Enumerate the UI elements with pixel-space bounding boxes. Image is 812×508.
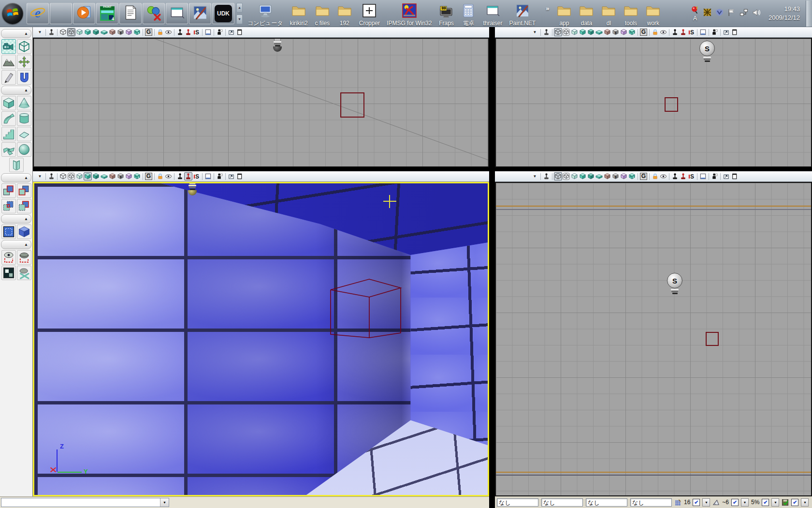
palette-section-header[interactable]: ▲ bbox=[1, 240, 31, 249]
cube-wire-round-icon[interactable] bbox=[562, 172, 570, 180]
cube-wire-icon[interactable] bbox=[554, 28, 562, 36]
window-plain-icon[interactable] bbox=[235, 28, 244, 36]
brush-clip-button[interactable] bbox=[1, 70, 16, 85]
eye-icon[interactable] bbox=[164, 28, 173, 36]
shortcut-IPMSG for Win32[interactable]: IPMSG for Win32 bbox=[383, 2, 435, 27]
paint4-button[interactable]: PAINT4 bbox=[96, 3, 118, 24]
palette-section-header[interactable]: ▲ bbox=[1, 173, 31, 182]
grid-snap-dropdown[interactable]: ▼ bbox=[702, 498, 710, 507]
scale-snap-dropdown[interactable]: ▼ bbox=[771, 498, 779, 507]
terrain-mode-button[interactable] bbox=[1, 55, 16, 69]
slab-teal-icon[interactable] bbox=[100, 172, 108, 180]
window-app-button[interactable] bbox=[166, 3, 188, 24]
window-arrow-icon[interactable] bbox=[722, 28, 730, 36]
viewport-canvas-perspective[interactable]: Z Y bbox=[33, 182, 489, 496]
joystick-icon[interactable] bbox=[47, 172, 56, 180]
light-actor-top-right[interactable]: S bbox=[699, 41, 715, 62]
cube-pattern-icon[interactable] bbox=[628, 172, 636, 180]
shortcut-Paint.NET[interactable]: Paint.NET bbox=[506, 2, 539, 27]
cube-brown-icon[interactable] bbox=[108, 28, 116, 36]
translate-mode-button[interactable] bbox=[17, 55, 31, 69]
autosave-dropdown[interactable]: ▼ bbox=[801, 498, 809, 507]
cube-brown-icon[interactable] bbox=[603, 28, 611, 36]
cube-wire-round-icon[interactable] bbox=[67, 172, 75, 180]
light-actor-top-left[interactable] bbox=[273, 38, 282, 52]
window-plain-icon[interactable] bbox=[235, 172, 244, 180]
letter-s-icon[interactable]: S bbox=[687, 172, 696, 180]
image-editor-button[interactable] bbox=[189, 3, 211, 24]
messenger-button[interactable] bbox=[143, 3, 165, 24]
lock-icon[interactable] bbox=[651, 172, 659, 180]
notepad-button[interactable] bbox=[119, 3, 142, 24]
joystick-red-icon[interactable] bbox=[679, 172, 687, 180]
cube-wire-round-icon[interactable] bbox=[562, 28, 570, 36]
person-icon[interactable] bbox=[710, 172, 719, 180]
folder-shortcut-tools[interactable]: tools bbox=[620, 2, 642, 27]
joystick-dark-icon[interactable] bbox=[671, 28, 679, 36]
joystick-dark-icon[interactable] bbox=[671, 172, 679, 180]
taskbar-scrollbar[interactable] bbox=[806, 0, 812, 27]
square-blue-icon[interactable] bbox=[204, 172, 212, 180]
cube-light-icon[interactable] bbox=[570, 28, 579, 36]
shortcut-thraiser[interactable]: thraiser bbox=[479, 2, 506, 27]
joystick-red-icon[interactable] bbox=[184, 28, 192, 36]
cube-wire-icon[interactable] bbox=[554, 172, 562, 180]
cube-purple-icon[interactable] bbox=[125, 172, 133, 180]
brush-cone-button[interactable] bbox=[17, 96, 31, 110]
scroll-down-icon[interactable]: ▼ bbox=[236, 15, 243, 24]
folder-shortcut-data[interactable]: data bbox=[575, 2, 597, 27]
square-blue-icon[interactable] bbox=[699, 172, 707, 180]
viewport-canvas-top-right[interactable]: S bbox=[495, 38, 812, 167]
flag-icon[interactable] bbox=[727, 8, 736, 18]
combobox-arrow-icon[interactable]: ▼ bbox=[160, 498, 169, 507]
builder-brush-wireframe[interactable] bbox=[323, 274, 406, 343]
geometry-edit-button[interactable] bbox=[17, 70, 31, 85]
brush-cylinder-button[interactable] bbox=[17, 111, 31, 126]
palette-section-header[interactable]: ▲ bbox=[1, 214, 31, 224]
joystick-icon[interactable] bbox=[47, 28, 56, 36]
grid-snap-checkbox[interactable]: ✔ bbox=[693, 499, 700, 506]
letter-s-icon[interactable]: S bbox=[687, 28, 696, 36]
file-explorer-button[interactable] bbox=[50, 3, 72, 24]
lock-icon[interactable] bbox=[156, 28, 164, 36]
volume-icon[interactable] bbox=[752, 8, 761, 19]
csg-deintersect-button[interactable] bbox=[17, 199, 31, 213]
square-blue-icon[interactable] bbox=[699, 28, 707, 36]
light-actor-perspective[interactable] bbox=[188, 182, 197, 195]
folder-shortcut-app[interactable]: app bbox=[553, 2, 575, 27]
stairs-spiral-button[interactable] bbox=[1, 142, 16, 157]
slab-teal-icon[interactable] bbox=[595, 28, 603, 36]
show-selected-button[interactable] bbox=[1, 250, 16, 265]
joystick-dark-icon[interactable] bbox=[176, 172, 184, 180]
viewport-canvas-bottom-right[interactable]: S bbox=[495, 182, 812, 496]
cube-purple-icon[interactable] bbox=[620, 172, 628, 180]
cube-light-icon[interactable] bbox=[570, 172, 579, 180]
shortcut-電卓[interactable]: 電卓 bbox=[457, 2, 479, 27]
internet-explorer-button[interactable] bbox=[27, 3, 49, 24]
folder-shortcut-work[interactable]: work bbox=[642, 2, 664, 27]
letter-g-icon[interactable]: G bbox=[639, 172, 648, 180]
joystick-icon[interactable] bbox=[542, 28, 551, 36]
window-arrow-icon[interactable] bbox=[722, 172, 730, 180]
status-select-1[interactable]: なし bbox=[541, 498, 583, 507]
csg-intersect-button[interactable] bbox=[1, 199, 16, 213]
csg-add-button[interactable] bbox=[1, 183, 16, 198]
letter-g-icon[interactable]: G bbox=[145, 172, 153, 180]
cube-teal-icon[interactable] bbox=[84, 28, 92, 36]
autosave-checkbox[interactable]: ✔ bbox=[791, 499, 798, 506]
shortcut-kirikiri2[interactable]: kirikiri2 bbox=[286, 2, 311, 27]
cube-teal-dark-icon[interactable] bbox=[92, 172, 100, 180]
status-select-0[interactable]: なし bbox=[497, 498, 538, 507]
joystick-icon[interactable] bbox=[542, 172, 551, 180]
cube-wire-icon[interactable] bbox=[59, 172, 67, 180]
eye-icon[interactable] bbox=[164, 172, 173, 180]
cube-s-icon[interactable] bbox=[116, 28, 125, 36]
shortcut-192[interactable]: 192 bbox=[334, 2, 356, 27]
shortcut-Fraps[interactable]: 99Fraps bbox=[435, 2, 457, 27]
palette-section-header[interactable]: ▲ bbox=[1, 86, 31, 95]
dropdown-arrow-icon[interactable]: ▼ bbox=[36, 28, 44, 36]
window-plain-icon[interactable] bbox=[730, 172, 739, 180]
letter-g-icon[interactable]: G bbox=[639, 28, 648, 36]
cube-pattern-icon[interactable] bbox=[628, 28, 636, 36]
brush-cube-button[interactable] bbox=[1, 96, 16, 110]
